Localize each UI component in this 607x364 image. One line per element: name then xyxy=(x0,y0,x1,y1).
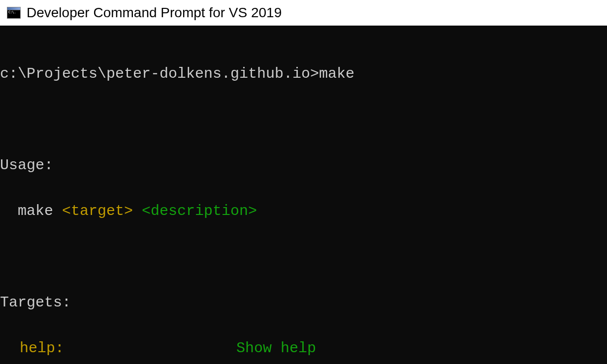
blank-line xyxy=(0,245,607,269)
command-text: make xyxy=(319,65,354,82)
window-titlebar: C:\. Developer Command Prompt for VS 201… xyxy=(0,0,607,26)
terminal-icon: C:\. xyxy=(7,7,21,19)
window-title: Developer Command Prompt for VS 2019 xyxy=(27,5,282,21)
usage-header: Usage: xyxy=(0,154,607,177)
target-name: help: xyxy=(0,337,236,360)
blank-line xyxy=(0,108,607,131)
usage-space xyxy=(133,203,142,219)
target-desc: Show help xyxy=(236,337,316,360)
target-row: help:Show help xyxy=(0,337,607,360)
usage-line: make <target> <description> xyxy=(0,200,607,223)
usage-description: <description> xyxy=(142,203,257,219)
prompt-path: c:\Projects\peter-dolkens.github.io> xyxy=(0,65,319,82)
terminal-body[interactable]: c:\Projects\peter-dolkens.github.io>make… xyxy=(0,26,607,364)
usage-make: make xyxy=(0,203,62,219)
prompt-line-1: c:\Projects\peter-dolkens.github.io>make xyxy=(0,62,607,86)
usage-target: <target> xyxy=(62,203,133,219)
targets-header: Targets: xyxy=(0,291,607,314)
